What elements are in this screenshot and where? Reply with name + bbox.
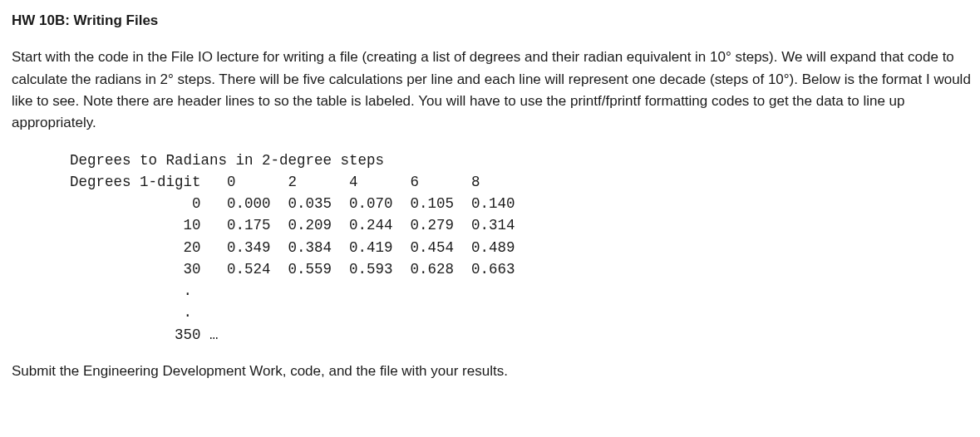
sample-output-block: Degrees to Radians in 2-degree steps Deg… [70,150,972,346]
footer-instruction: Submit the Engineering Development Work,… [12,361,972,382]
code-row: 30 0.524 0.559 0.593 0.628 0.663 [70,261,515,277]
code-row: . [70,304,192,321]
code-row: . [70,282,192,299]
code-header-2: Degrees 1-digit 0 2 4 6 8 [70,174,480,190]
code-header-1: Degrees to Radians in 2-degree steps [70,152,384,169]
intro-paragraph: Start with the code in the File IO lectu… [12,47,972,134]
code-row: 10 0.175 0.209 0.244 0.279 0.314 [70,217,515,233]
code-row: 0 0.000 0.035 0.070 0.105 0.140 [70,195,515,212]
code-row: 350 … [70,327,219,343]
page-title: HW 10B: Writing Files [12,10,972,32]
code-row: 20 0.349 0.384 0.419 0.454 0.489 [70,239,515,256]
